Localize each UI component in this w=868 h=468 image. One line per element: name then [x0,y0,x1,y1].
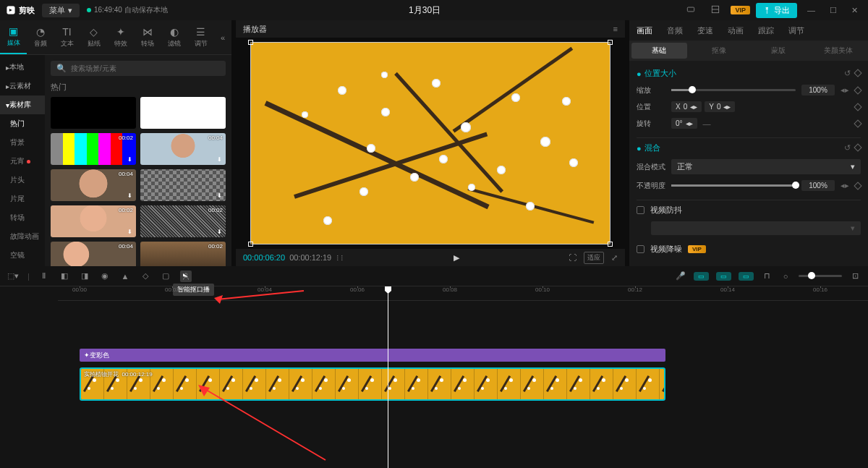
sidebar-item-hot[interactable]: 热门 [0,114,45,133]
subtab-basic[interactable]: 基础 [631,43,687,59]
export-button[interactable]: ⭱ 导出 [756,3,797,18]
magnet-icon[interactable]: ⊓ [761,271,773,282]
select-tool[interactable]: ⬚▾ [7,271,19,282]
props-tab-anim[interactable]: 动画 [720,20,751,41]
rotate-input[interactable]: 0° ◂▸ [671,118,697,129]
playhead[interactable] [388,286,388,468]
rotate-tool[interactable]: ◇ [140,271,151,282]
sidebar-item-bg[interactable]: 背景 [0,133,45,152]
video-clip[interactable]: 实拍植物开花 00:00:12:19 [80,367,665,401]
stabilize-checkbox[interactable] [637,206,644,214]
reset-icon[interactable]: ↺ [844,143,851,152]
maximize-button[interactable]: ☐ [825,6,841,15]
crop-tool[interactable]: ▢ [160,271,171,282]
sidebar-item-empty[interactable]: 空镜 [0,246,45,265]
split-tool[interactable]: Ⅱ [38,271,50,282]
subtab-mask[interactable]: 蒙版 [751,43,807,59]
player-canvas[interactable] [236,38,625,249]
sidebar-item-intro[interactable]: 片头 [0,171,45,190]
sidebar-item-trans[interactable]: 转场 [0,208,45,227]
asset-thumb[interactable] [140,97,226,129]
subtab-beauty[interactable]: 美颜美体 [811,43,867,59]
props-tab-audio[interactable]: 音频 [660,20,690,41]
stabilize-select[interactable]: ▾ [651,221,861,235]
zoom-slider[interactable] [799,275,842,277]
preview-frame[interactable] [250,42,610,244]
keyframe-icon[interactable] [854,143,861,151]
rotate-reset-icon[interactable]: — [703,119,711,128]
sidebar-item-lantern[interactable]: 元宵 [0,152,45,171]
zoom-out-icon[interactable]: ○ [780,271,791,282]
asset-thumb[interactable]: 00:04 [51,242,136,266]
asset-thumb[interactable]: 00:04⬇ [51,169,136,201]
play-button[interactable]: ▶ [454,253,459,263]
props-tab-adjust[interactable]: 调节 [781,20,812,41]
minimize-button[interactable]: — [803,6,820,14]
asset-thumb[interactable] [51,97,136,129]
timecode-menu-icon[interactable]: ⫶⫶ [336,253,344,262]
opacity-slider[interactable] [671,184,796,187]
menu-button[interactable]: 菜单 ▾ [42,4,80,17]
search-input[interactable] [71,64,220,72]
sidebar-item-local[interactable]: ▸ 本地 [0,58,45,77]
asset-thumb[interactable]: 00:02 [140,242,226,266]
canvas-ratio-icon[interactable]: ⛶ [569,253,576,262]
sidebar-item-library[interactable]: ▾ 素材库 [0,95,45,114]
resize-handle-bl[interactable] [248,242,253,247]
sidebar-item-outro[interactable]: 片尾 [0,190,45,208]
keyframe-icon[interactable] [854,103,861,111]
fullscreen-icon[interactable]: ⤢ [611,253,618,263]
denoise-checkbox[interactable] [637,245,644,253]
tab-filter[interactable]: ◐滤镜 [161,20,187,54]
props-tab-speed[interactable]: 变速 [690,20,720,41]
tab-audio[interactable]: ◔音频 [27,20,54,54]
tab-effect[interactable]: ✦特效 [107,20,134,54]
pos-x-input[interactable]: X 0 ◂▸ [671,101,702,112]
mirror-tool[interactable]: ▲ [119,271,131,282]
smart-cutout-tool[interactable]: 智能抠口播 [180,271,192,282]
sidebar-item-glitch[interactable]: 故障动画 [0,227,45,246]
props-tab-video[interactable]: 画面 [629,20,660,41]
props-tab-track[interactable]: 跟踪 [751,20,781,41]
opacity-input[interactable] [801,180,835,191]
search-box[interactable]: 🔍 [51,61,226,76]
keyframe-icon[interactable] [854,119,861,127]
scale-slider[interactable] [671,89,796,91]
scale-input[interactable] [801,85,835,95]
layout-icon[interactable] [706,4,725,16]
close-button[interactable]: ✕ [847,6,862,15]
delete-left-tool[interactable]: ◧ [59,271,70,282]
mic-icon[interactable]: 🎤 [675,271,686,282]
blend-mode-select[interactable]: 正常▾ [671,159,861,174]
asset-thumb[interactable]: 00:02⬇ [51,205,136,237]
tab-adjust[interactable]: ☰调节 [187,20,214,54]
sidebar-item-cloud[interactable]: ▸ 云素材 [0,77,45,95]
delete-right-tool[interactable]: ◨ [79,271,90,282]
zoom-fit-icon[interactable]: ⊡ [849,271,861,282]
asset-thumb[interactable]: ⬇ [140,169,226,201]
timeline-tracks[interactable]: 00:00 00:02 00:04 00:06 00:08 00:10 00:1… [58,286,868,468]
reset-icon[interactable]: ↺ [844,69,851,77]
tab-text[interactable]: TI文本 [54,20,80,54]
tab-transition[interactable]: ⋈转场 [134,20,161,54]
pos-y-input[interactable]: Y 0 ◂▸ [705,101,735,112]
keyframe-icon[interactable] [854,69,861,77]
auto-cut-button[interactable]: ▭ [739,272,754,281]
tab-sticker[interactable]: ◇贴纸 [80,20,107,54]
auto-caption-button[interactable]: ▭ [694,272,709,281]
subtab-cutout[interactable]: 抠像 [692,43,747,59]
time-ruler[interactable]: 00:00 00:02 00:04 00:06 00:08 00:10 00:1… [58,286,868,301]
stepper-icon[interactable]: ◂▸ [841,85,849,95]
resize-handle-tl[interactable] [248,40,253,45]
ratio-select[interactable]: 适应 [584,252,604,264]
resize-handle-br[interactable] [608,242,613,247]
resize-handle-tr[interactable] [608,40,613,45]
keyframe-icon[interactable] [854,182,861,190]
tab-media[interactable]: ▣媒体 [0,20,27,54]
keyframe-icon[interactable] [854,86,861,94]
stepper-icon[interactable]: ◂▸ [841,181,849,190]
record-tool[interactable]: ◉ [99,271,111,282]
shortcuts-icon[interactable] [681,4,700,16]
auto-align-button[interactable]: ▭ [716,272,731,281]
asset-thumb[interactable]: 00:02⬇ [51,133,136,165]
